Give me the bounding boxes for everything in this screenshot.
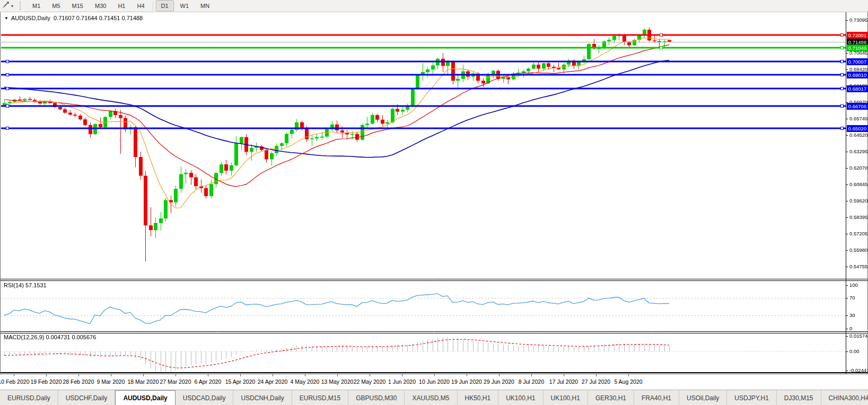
chart-tab-xauusd-m5[interactable]: XAUUSD,M5 [405, 390, 457, 405]
price-tag-0.70007: 0.70007 [847, 58, 868, 65]
time-axis-tick [14, 374, 14, 376]
time-axis-label: 27 Jul 2020 [582, 378, 610, 385]
timeframe-button-h4[interactable]: H4 [131, 1, 150, 11]
chevron-down-icon: ▾ [11, 4, 13, 8]
draw-tool-icon [2, 1, 10, 11]
timeframe-button-m15[interactable]: M15 [67, 1, 89, 11]
price-tag-0.71046: 0.71046 [847, 45, 868, 51]
chart-tab-gbpusd-m30[interactable]: GBPUSD,M30 [348, 390, 405, 405]
time-axis-tick [467, 374, 467, 376]
draw-tool-button[interactable]: ▾ [0, 0, 15, 12]
time-axis-label: 10 Jun 2020 [419, 378, 450, 385]
time-axis-label: 15 Apr 2020 [225, 378, 256, 385]
macd-name: MACD(12,26,9) [4, 334, 44, 340]
price-tag-0.69010: 0.69010 [847, 72, 868, 78]
time-axis-label: 17 Jul 2020 [549, 378, 578, 385]
price-tag-0.65020: 0.65020 [847, 125, 868, 132]
chart-ohlc-values: 0.71607 0.71644 0.71451 0.71488 [54, 15, 143, 21]
time-axis-label: 5 Aug 2020 [614, 378, 642, 385]
timeframe-button-w1[interactable]: W1 [175, 1, 195, 11]
chart-tab-uk100-h1[interactable]: UK100,H1 [543, 390, 588, 405]
chart-tab-eurusd-daily[interactable]: EURUSD,Daily [0, 390, 58, 405]
time-axis-tick [596, 374, 597, 376]
chart-tab-usdchf-daily[interactable]: USDCHF,Daily [58, 390, 116, 405]
chart-tab-usdcnh-daily[interactable]: USDCNH,Daily [233, 390, 292, 405]
time-axis-tick [111, 374, 111, 376]
chart-title: ▼AUDUSD,Daily 0.71607 0.71644 0.71451 0.… [4, 15, 143, 21]
timeframe-button-d1[interactable]: D1 [156, 1, 174, 11]
chart-tab-bar: EURUSD,DailyUSDCHF,DailyAUDUSD,DailyUSDC… [0, 390, 868, 405]
chart-tab-usoil-daily[interactable]: USOil,Daily [679, 390, 727, 405]
time-axis-label: 24 Apr 2020 [258, 378, 288, 385]
trading-platform-window: ▾ M1M5M15M30H1H4D1W1MN ▼AUDUSD,Daily 0.7… [0, 0, 868, 405]
time-axis-label: 1 Jun 2020 [388, 378, 416, 385]
time-axis-label: 18 Mar 2020 [128, 378, 159, 385]
timeframe-toolbar: ▾ M1M5M15M30H1H4D1W1MN [0, 0, 868, 12]
rsi-indicator-label: RSI(14) 57.1531 [4, 282, 47, 288]
time-axis-label: 28 Feb 2020 [63, 378, 94, 385]
chart-tab-eurusd-m15[interactable]: EURUSD,M15 [292, 390, 348, 405]
time-axis-tick [176, 374, 176, 376]
time-axis-label: 19 Feb 2020 [31, 378, 62, 385]
time-axis-tick [564, 374, 564, 376]
time-axis-label: 22 May 2020 [354, 378, 386, 385]
time-axis-tick [531, 374, 532, 376]
timeframe-button-mn[interactable]: MN [195, 1, 215, 11]
time-axis-tick [143, 374, 144, 376]
chart-canvas[interactable] [0, 0, 868, 405]
chart-tab-fra40-h1[interactable]: FRA40,H1 [634, 390, 679, 405]
chart-tab-uk100-h1[interactable]: UK100,H1 [498, 390, 543, 405]
time-axis-tick [628, 374, 629, 376]
macd-indicator-label: MACD(12,26,9) 0.004731 0.005676 [4, 334, 96, 340]
time-axis-label: 29 Jun 2020 [484, 378, 514, 385]
timeframe-button-m5[interactable]: M5 [47, 1, 65, 11]
time-axis-tick [337, 374, 338, 376]
toolbar-drag-handle[interactable] [20, 2, 23, 10]
time-axis-tick [499, 374, 499, 376]
price-tag-0.66706: 0.66706 [847, 103, 868, 110]
chart-tab-usdcad-daily[interactable]: USDCAD,Daily [176, 390, 234, 405]
time-axis-tick [240, 374, 241, 376]
chart-tab-dj30-m15[interactable]: DJ30,M15 [777, 390, 821, 405]
time-axis-tick [305, 374, 305, 376]
time-axis-label: 13 May 2020 [321, 378, 354, 385]
timeframe-button-h1[interactable]: H1 [112, 1, 130, 11]
time-axis-label: 6 Apr 2020 [195, 378, 222, 385]
chart-tab-hk50-h1[interactable]: HK50,H1 [458, 390, 499, 405]
chart-tab-china300-h4[interactable]: CHINA300,H4 [821, 390, 868, 405]
chart-tab-usdjpy-h1[interactable]: USDJPY,H1 [727, 390, 776, 405]
time-axis-label: 27 Mar 2020 [160, 378, 191, 385]
rsi-value: 57.1531 [25, 282, 47, 288]
time-axis-label: 9 Mar 2020 [97, 378, 125, 385]
time-axis[interactable]: 10 Feb 202019 Feb 202028 Feb 20209 Mar 2… [0, 374, 868, 390]
time-axis-label: 19 Jun 2020 [451, 378, 482, 385]
price-tag-0.68017: 0.68017 [847, 85, 868, 92]
time-axis-label: 8 Jul 2020 [519, 378, 544, 385]
chart-tab-ger30-h1[interactable]: GER30,H1 [588, 390, 634, 405]
time-axis-tick [78, 374, 79, 376]
timeframe-button-m1[interactable]: M1 [27, 1, 46, 11]
rsi-name: RSI(14) [4, 282, 24, 288]
chart-tab-audusd-daily[interactable]: AUDUSD,Daily [115, 390, 175, 405]
timeframe-button-m30[interactable]: M30 [90, 1, 111, 11]
time-axis-tick [434, 374, 435, 376]
macd-values: 0.004731 0.005676 [46, 334, 96, 340]
time-axis-tick [273, 374, 273, 376]
time-axis-tick [46, 374, 47, 376]
collapse-triangle-icon[interactable]: ▼ [4, 16, 8, 21]
time-axis-tick [402, 374, 402, 376]
time-axis-label: 10 Feb 2020 [0, 378, 29, 385]
time-axis-tick [370, 374, 370, 376]
toolbar-separator [153, 2, 153, 10]
price-tag-0.72001: 0.72001 [847, 32, 868, 39]
time-axis-label: 4 May 2020 [291, 378, 320, 385]
time-axis-tick [208, 374, 208, 376]
chart-symbol-period: AUDUSD,Daily [11, 15, 50, 21]
